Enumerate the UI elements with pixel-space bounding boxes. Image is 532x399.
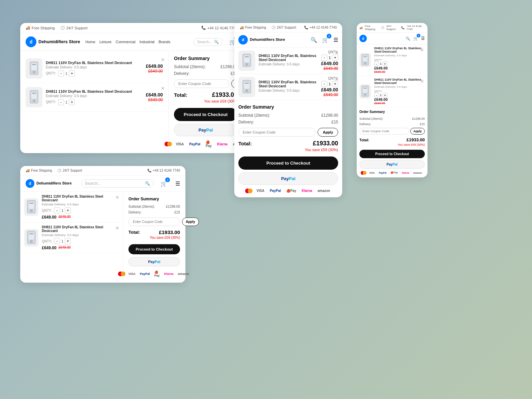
- svg-point-10: [30, 209, 33, 212]
- search-box[interactable]: Search... 🔍: [194, 38, 223, 46]
- checkout-button[interactable]: Proceed to Checkout: [174, 108, 237, 121]
- remove-item-s22[interactable]: ✕: [420, 79, 424, 84]
- product-image-2: [26, 87, 42, 107]
- paypal-p-m: Pay: [281, 176, 289, 181]
- cart-button-s[interactable]: 🛒 2: [159, 179, 169, 188]
- nav-home[interactable]: Home: [86, 40, 95, 44]
- qty-plus-s1[interactable]: +: [65, 207, 71, 213]
- qty-plus-s2[interactable]: +: [65, 238, 71, 244]
- product-delivery-s2: Estimate Delivery: 3-5 days: [42, 233, 119, 237]
- apple-pay-icon-s2: 🍎Pay: [389, 171, 399, 175]
- payment-icons-m: VISA PayPal 🍎Pay Klarna amazon: [238, 188, 338, 193]
- menu-icon-m[interactable]: ☰: [333, 37, 338, 43]
- qty-minus-1[interactable]: -: [58, 70, 64, 77]
- subtotal-label: Subtotal (2items):: [174, 64, 206, 69]
- navbar-s2: d 🔍 🛒 2 ☰: [357, 33, 427, 45]
- nav-brands[interactable]: Brands: [158, 40, 170, 44]
- qty-plus-2[interactable]: +: [69, 99, 75, 105]
- paypal-button-s2[interactable]: Pay Pal: [359, 160, 425, 169]
- order-summary: Order Summary Subtotal (2items): £1298.0…: [169, 51, 243, 153]
- coupon-input-m[interactable]: [238, 128, 316, 137]
- nav-industrial[interactable]: Industrial: [140, 40, 155, 44]
- svg-rect-23: [245, 83, 249, 84]
- product-image-1: [26, 58, 42, 79]
- nav-leisure[interactable]: Leisure: [99, 40, 112, 44]
- remove-item-s2[interactable]: ✕: [115, 225, 119, 231]
- mastercard-icon-m: [245, 189, 253, 193]
- search-box-s[interactable]: Search... 🔍: [81, 179, 154, 188]
- product-info-s2: DH811 110V DryFan 8L Stainless Steel Des…: [42, 225, 119, 250]
- paypal-button-m[interactable]: Pay Pal: [238, 172, 338, 185]
- menu-icon-s2[interactable]: ☰: [421, 36, 425, 41]
- subtotal-label-s2: Subtotal (2items):: [359, 117, 383, 120]
- nav-commercial[interactable]: Commercial: [116, 40, 136, 44]
- search-icon-m[interactable]: 🔍: [311, 37, 317, 43]
- remove-item-s21[interactable]: ✕: [420, 47, 424, 53]
- coupon-row-s2: Apply: [359, 128, 425, 135]
- total-amount-m: £1933.00: [313, 140, 338, 147]
- remove-item-2[interactable]: ✕: [161, 86, 165, 91]
- paypal-button-s[interactable]: Pay Pal: [128, 257, 180, 266]
- search-icon-s2[interactable]: 🔍: [406, 36, 410, 41]
- qty-value-m2: 1: [329, 82, 331, 86]
- qty-minus-2[interactable]: -: [58, 99, 64, 105]
- summary-title-s2: Order Summary: [359, 110, 425, 114]
- logo-icon: d: [26, 36, 36, 47]
- qty-minus-s1[interactable]: -: [54, 207, 60, 213]
- qty-value-s2: 1: [61, 239, 63, 243]
- dehumidifier-svg-s1: [25, 199, 38, 216]
- cart-badge-s2: 2: [417, 34, 420, 37]
- price-main-m2: £649.00: [321, 87, 338, 92]
- subtotal-label-s: Subtotal (2items):: [128, 205, 155, 208]
- summary-title-m: Order Summary: [238, 104, 338, 110]
- subtotal-value-m: £1298.00: [321, 113, 338, 118]
- coupon-input-s[interactable]: [128, 218, 180, 226]
- qty-minus-s21[interactable]: -: [374, 61, 379, 66]
- product-image-s1: [24, 198, 38, 216]
- klarna-icon-s2: Klarna: [401, 171, 411, 175]
- payment-icons-s2: VISA PayPal 🍎Pay Klarna amazon: [359, 171, 425, 175]
- paypal-button[interactable]: Pay Pal: [174, 124, 237, 136]
- truck-icon-s: 🚚: [26, 169, 30, 172]
- apply-coupon-button-s[interactable]: Apply: [182, 218, 199, 226]
- apply-coupon-button-s2[interactable]: Apply: [410, 128, 425, 135]
- checkout-button-s[interactable]: Proceed to Checkout: [128, 244, 180, 254]
- shipping-info-m: 🚚 Free Shipping: [240, 26, 266, 29]
- remove-item-m2[interactable]: ✕: [335, 77, 339, 82]
- qty-plus-1[interactable]: +: [69, 70, 75, 77]
- qty-minus-s22[interactable]: -: [374, 93, 379, 97]
- qty-plus-s22[interactable]: +: [383, 93, 387, 97]
- menu-icon-s[interactable]: ☰: [175, 180, 180, 187]
- remove-item-s1[interactable]: ✕: [115, 195, 119, 200]
- top-bar-m: 🚚 Free Shipping 🕐 24/7 Support 📞 +44 12 …: [234, 23, 342, 32]
- product-info-s21: DH811 110V DryFan 8L Stainless Steel Des…: [374, 47, 425, 74]
- cart-items-s2: DH811 110V DryFan 8L Stainless Steel Des…: [357, 45, 427, 107]
- main-content: DH811 110V DryFan 8L Stainless Steel Des…: [20, 51, 243, 153]
- apply-coupon-button-m[interactable]: Apply: [318, 128, 338, 137]
- qty-minus-s2[interactable]: -: [54, 238, 60, 244]
- svg-point-18: [245, 63, 248, 66]
- qty-plus-s21[interactable]: +: [383, 61, 387, 66]
- navbar-m: d Dehumidifiers Store 🔍 🛒 2 ☰: [234, 32, 342, 48]
- order-summary-s2: Order Summary Subtotal (2items): £1298.0…: [357, 107, 427, 177]
- remove-item-1[interactable]: ✕: [161, 57, 165, 62]
- qty-value-2: 1: [65, 100, 67, 104]
- qty-label-s2: QNTY:: [42, 239, 52, 243]
- cart-button-m[interactable]: 🛒 2: [321, 35, 330, 45]
- paypal-icon-s: PayPal: [139, 272, 151, 276]
- coupon-input[interactable]: [174, 79, 229, 88]
- remove-item-m1[interactable]: ✕: [335, 50, 339, 56]
- delivery-row-s: Delivery: £15: [128, 210, 180, 214]
- cart-button-s2[interactable]: 🛒 2: [412, 35, 419, 42]
- svg-rect-3: [32, 64, 36, 65]
- svg-point-22: [245, 89, 248, 92]
- coupon-row: Apply: [174, 79, 237, 88]
- delivery-label: Delivery:: [174, 71, 190, 76]
- checkout-button-m[interactable]: Proceed to Checkout: [238, 156, 338, 170]
- cart-panel-small: 🚚 Free Shipping 🕐 24/7 Support 📞 +44 12 …: [20, 166, 185, 283]
- checkout-button-s2[interactable]: Proceed to Checkout: [359, 150, 425, 158]
- qty-minus-m1[interactable]: -: [321, 55, 327, 61]
- qty-minus-m2[interactable]: -: [321, 81, 327, 87]
- nav-icons-m: 🔍 🛒 2 ☰: [311, 35, 338, 45]
- coupon-input-s2[interactable]: [359, 128, 409, 135]
